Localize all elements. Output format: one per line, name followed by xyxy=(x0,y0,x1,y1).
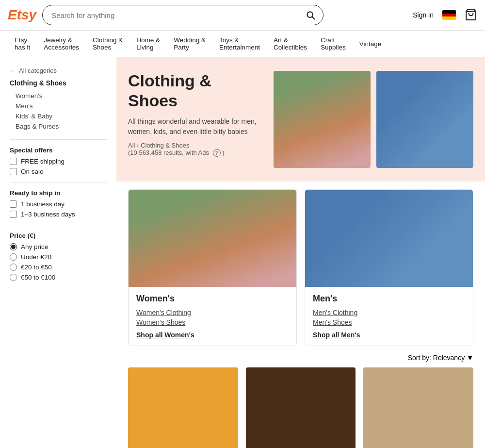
breadcrumb-all-link[interactable]: All xyxy=(128,142,135,149)
price-title: Price (€) xyxy=(10,232,107,239)
checkbox-free-shipping[interactable] xyxy=(10,158,17,165)
cat-link-mens[interactable]: Men's Clothing xyxy=(313,309,465,316)
product-img-placeholder-backpack xyxy=(363,367,473,448)
nav-item-craft[interactable]: Craft Supplies xyxy=(314,31,353,57)
search-input[interactable] xyxy=(43,6,298,24)
product-area: Sort by: Relevancy ▼ Walkanzug Ad by vom… xyxy=(116,354,485,448)
content-area: Clothing &Shoes All things wonderful and… xyxy=(116,57,485,448)
search-button[interactable] xyxy=(298,5,323,25)
cat-card-shop-all-mens[interactable]: Shop all Men's xyxy=(313,331,465,339)
checkbox-ship-1-3-days[interactable] xyxy=(10,211,17,218)
cat-card-body-womens: Women's Women's ClothingWomen's Shoes Sh… xyxy=(129,287,296,346)
price-option-20-50[interactable]: €20 to €50 xyxy=(10,264,107,271)
nav-item-clothing[interactable]: Clothing & Shoes xyxy=(86,31,129,57)
main-layout: ← All categories Clothing & Shoes Women'… xyxy=(0,57,485,448)
hero-text: Clothing &Shoes All things wonderful and… xyxy=(128,71,274,157)
nav-item-etsy-has-it[interactable]: Etsy has it xyxy=(8,31,37,57)
sidebar: ← All categories Clothing & Shoes Women'… xyxy=(0,57,116,448)
checkbox-on-sale[interactable] xyxy=(10,168,17,175)
label-ship-1-3-days: 1–3 business days xyxy=(21,211,75,218)
product-image-nike-hoodie xyxy=(246,367,356,448)
label-price-20-50: €20 to €50 xyxy=(21,264,52,271)
header-right: Sign in xyxy=(413,8,477,22)
radio-price-50-100[interactable] xyxy=(10,274,17,281)
hero-description: All things wonderful and wearable for me… xyxy=(128,116,264,137)
nav-item-home[interactable]: Home & Living xyxy=(129,31,167,57)
product-card-backpack[interactable]: Bohemia Vintage Backp... Ad by TreeOnThe… xyxy=(363,367,473,448)
product-grid: Walkanzug Ad by vomiagmacht ★★★★★ (30) f… xyxy=(128,367,473,448)
sidebar-category-title: Clothing & Shoes xyxy=(10,79,107,87)
breadcrumb-category: Clothing & Shoes xyxy=(141,142,189,149)
nav-item-wedding[interactable]: Wedding & Party xyxy=(167,31,212,57)
ship-option-1-day[interactable]: 1 business day xyxy=(10,200,107,208)
hero-image-men[interactable] xyxy=(376,71,473,168)
ready-to-ship-title: Ready to ship in xyxy=(10,189,107,197)
cat-card-image-womens[interactable] xyxy=(129,190,296,287)
price-list: Any priceUnder €20€20 to €50€50 to €100 xyxy=(10,243,107,281)
cart-button[interactable] xyxy=(465,8,477,22)
cat-link-mens[interactable]: Men's Shoes xyxy=(313,318,465,326)
sort-label: Sort by: Relevancy xyxy=(408,354,465,362)
sidebar-subcat-item[interactable]: Kids' & Baby xyxy=(10,111,107,121)
hero-images xyxy=(274,71,473,168)
sidebar-subcat-item[interactable]: Men's xyxy=(10,101,107,111)
label-ship-1-day: 1 business day xyxy=(21,200,65,208)
nav-item-art[interactable]: Art & Collectibles xyxy=(267,31,314,57)
hero-title: Clothing &Shoes xyxy=(128,71,264,111)
special-offers-list: FREE shippingOn sale xyxy=(10,158,107,175)
cat-card-image-mens[interactable] xyxy=(305,190,473,287)
product-img-placeholder-nike-hoodie xyxy=(246,367,356,448)
breadcrumb: All › Clothing & Shoes xyxy=(128,142,264,149)
special-offer-free-shipping[interactable]: FREE shipping xyxy=(10,158,107,165)
ready-to-ship-list: 1 business day1–3 business days xyxy=(10,200,107,218)
cat-card-mens: Men's Men's ClothingMen's Shoes Shop all… xyxy=(305,189,473,346)
product-image-walkanzug xyxy=(128,367,238,448)
hero-results-count: (10,563,458 results, with Ads ? ) xyxy=(128,149,264,157)
hero-image-women[interactable] xyxy=(274,71,371,168)
sort-button[interactable]: Sort by: Relevancy ▼ xyxy=(408,354,473,362)
header: Etsy Sign in xyxy=(0,0,485,31)
cat-card-body-mens: Men's Men's ClothingMen's Shoes Shop all… xyxy=(305,287,473,346)
ship-option-1-3-days[interactable]: 1–3 business days xyxy=(10,211,107,218)
special-offers-title: Special offers xyxy=(10,147,107,154)
svg-line-1 xyxy=(312,17,315,19)
sidebar-subcat-item[interactable]: Women's xyxy=(10,91,107,101)
cat-card-title-womens: Women's xyxy=(136,294,289,304)
cat-card-title-mens: Men's xyxy=(313,294,465,304)
radio-price-20-50[interactable] xyxy=(10,264,17,271)
label-on-sale: On sale xyxy=(21,168,44,175)
sign-in-button[interactable]: Sign in xyxy=(413,11,434,19)
sort-bar: Sort by: Relevancy ▼ xyxy=(128,354,473,362)
product-card-nike-hoodie[interactable]: Vintage white Nike Inspi... Ad by Summer… xyxy=(246,367,356,448)
cat-card-womens: Women's Women's ClothingWomen's Shoes Sh… xyxy=(128,189,297,346)
sidebar-subcategories: Women'sMen'sKids' & BabyBags & Purses xyxy=(10,91,107,132)
product-card-walkanzug[interactable]: Walkanzug Ad by vomiagmacht ★★★★★ (30) f… xyxy=(128,367,238,448)
nav-item-vintage[interactable]: Vintage xyxy=(353,34,388,53)
info-icon[interactable]: ? xyxy=(213,149,221,157)
nav: Etsy has itJewelry & AccessoriesClothing… xyxy=(0,31,485,57)
radio-price-any[interactable] xyxy=(10,243,17,250)
nav-item-toys[interactable]: Toys & Entertainment xyxy=(212,31,267,57)
back-arrow-icon: ← xyxy=(10,67,16,74)
nav-item-jewelry[interactable]: Jewelry & Accessories xyxy=(37,31,86,57)
product-img-placeholder-walkanzug xyxy=(128,367,238,448)
cat-link-womens[interactable]: Women's Shoes xyxy=(136,318,289,326)
cat-card-shop-all-womens[interactable]: Shop all Women's xyxy=(136,331,289,339)
label-price-50-100: €50 to €100 xyxy=(21,274,55,281)
search-bar xyxy=(42,5,323,25)
radio-price-under-20[interactable] xyxy=(10,253,17,261)
hero-banner: Clothing &Shoes All things wonderful and… xyxy=(116,57,485,182)
price-option-50-100[interactable]: €50 to €100 xyxy=(10,274,107,281)
price-option-under-20[interactable]: Under €20 xyxy=(10,253,107,261)
sort-arrow-icon: ▼ xyxy=(467,354,473,362)
logo[interactable]: Etsy xyxy=(8,7,36,23)
sidebar-subcat-item[interactable]: Bags & Purses xyxy=(10,121,107,132)
cat-link-womens[interactable]: Women's Clothing xyxy=(136,309,289,316)
special-offer-on-sale[interactable]: On sale xyxy=(10,168,107,175)
language-flag[interactable] xyxy=(442,10,456,20)
category-cards: Women's Women's ClothingWomen's Shoes Sh… xyxy=(116,182,485,354)
checkbox-ship-1-day[interactable] xyxy=(10,200,17,208)
sidebar-back-link[interactable]: ← All categories xyxy=(10,67,107,74)
label-price-under-20: Under €20 xyxy=(21,253,51,261)
price-option-any[interactable]: Any price xyxy=(10,243,107,250)
